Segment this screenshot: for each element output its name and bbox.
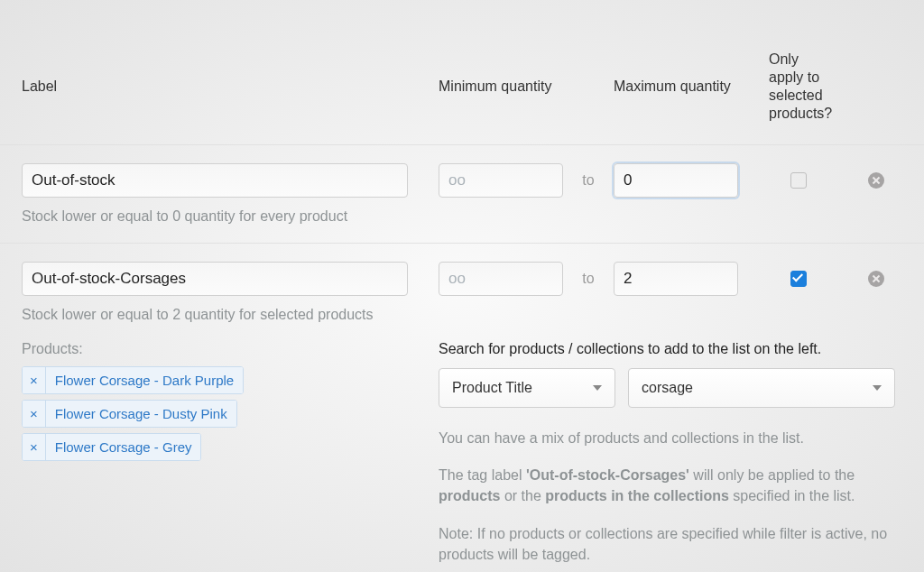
products-title: Products:: [22, 341, 439, 357]
label-input[interactable]: [22, 163, 408, 198]
header-row: Label Minimum quantity Maximum quantity …: [0, 0, 924, 144]
search-title: Search for products / collections to add…: [439, 341, 902, 357]
chevron-down-icon: [593, 385, 602, 391]
max-quantity-input[interactable]: [614, 163, 738, 198]
search-value: corsage: [642, 380, 693, 396]
chevron-down-icon: [873, 385, 882, 391]
only-selected-checkbox[interactable]: [790, 172, 807, 189]
product-tag: × Flower Corsage - Dark Purple: [22, 366, 244, 394]
header-min: Minimum quantity: [439, 78, 563, 96]
rule-helper: Stock lower or equal to 2 quantity for s…: [0, 307, 924, 323]
remove-tag-button[interactable]: ×: [23, 367, 46, 393]
search-value-select[interactable]: corsage: [628, 368, 895, 408]
product-tag-label[interactable]: Flower Corsage - Grey: [46, 434, 201, 460]
product-tag-label[interactable]: Flower Corsage - Dark Purple: [46, 367, 243, 393]
products-list: Products: × Flower Corsage - Dark Purple…: [22, 341, 439, 572]
header-only: Only apply to selected products?: [769, 51, 832, 123]
only-selected-checkbox[interactable]: [790, 271, 807, 287]
header-max: Maximum quantity: [614, 78, 769, 96]
remove-tag-button[interactable]: ×: [23, 401, 46, 427]
to-label: to: [563, 172, 614, 189]
remove-tag-button[interactable]: ×: [23, 434, 46, 460]
search-mode-select[interactable]: Product Title: [439, 368, 615, 408]
rule-helper: Stock lower or equal to 0 quantity for e…: [0, 208, 924, 225]
rule-row: to: [0, 145, 924, 205]
product-tag-label[interactable]: Flower Corsage - Dusty Pink: [46, 401, 236, 427]
product-tag: × Flower Corsage - Grey: [22, 433, 201, 461]
label-input[interactable]: [22, 262, 408, 296]
header-label: Label: [22, 78, 439, 96]
max-quantity-input[interactable]: [614, 262, 738, 296]
to-label: to: [563, 271, 614, 287]
min-quantity-input[interactable]: [439, 262, 563, 296]
delete-rule-button[interactable]: [868, 172, 884, 189]
product-tag: × Flower Corsage - Dusty Pink: [22, 400, 237, 428]
search-mode-value: Product Title: [452, 380, 532, 396]
delete-rule-button[interactable]: [868, 271, 884, 287]
min-quantity-input[interactable]: [439, 163, 563, 198]
products-search: Search for products / collections to add…: [439, 341, 902, 572]
note-mix: You can have a mix of products and colle…: [439, 428, 902, 448]
rule-row: to: [0, 244, 924, 303]
products-section: Products: × Flower Corsage - Dark Purple…: [0, 341, 924, 572]
note-warning: Note: If no products or collections are …: [439, 523, 902, 565]
note-applied: The tag label 'Out-of-stock-Corsages' wi…: [439, 465, 902, 506]
